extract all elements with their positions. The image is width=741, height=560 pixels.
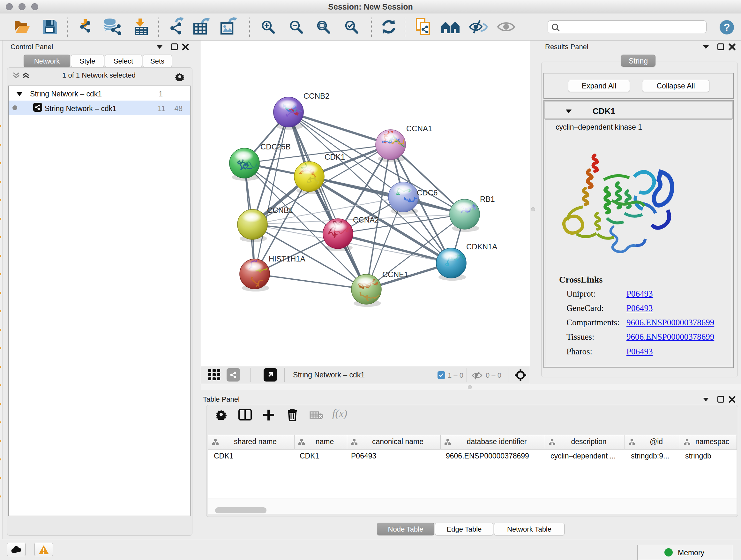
svg-text:HIST1H1A: HIST1H1A — [269, 254, 306, 263]
svg-text:CCNA1: CCNA1 — [406, 124, 432, 133]
svg-text:CCNB1: CCNB1 — [267, 206, 293, 214]
svg-text:CDK1: CDK1 — [325, 152, 345, 161]
svg-text:CCNE1: CCNE1 — [382, 270, 408, 279]
svg-text:CDC6: CDC6 — [417, 188, 437, 197]
svg-text:RB1: RB1 — [480, 195, 495, 203]
svg-text:CDC25B: CDC25B — [260, 142, 291, 151]
svg-text:CCNB2: CCNB2 — [304, 91, 329, 100]
svg-text:CDKN1A: CDKN1A — [466, 242, 497, 251]
svg-text:CCNA2: CCNA2 — [353, 215, 379, 224]
